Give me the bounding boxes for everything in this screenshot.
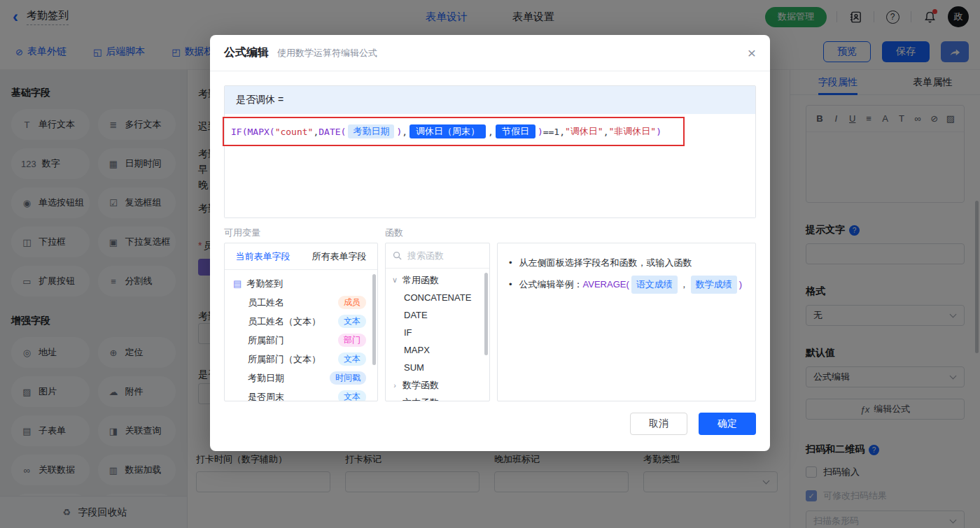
variable-label: 所属部门（文本）: [248, 353, 321, 366]
type-badge: 文本: [338, 315, 366, 328]
annotation-highlight: IF(MAPX("count",DATE(考勤日期),调休日（周末）,节假日)=…: [223, 117, 685, 146]
formula-target: 是否调休 =: [225, 86, 755, 114]
formula-token: DATE(: [318, 127, 346, 137]
formula-token: "count": [275, 127, 314, 137]
formula-token: MAPX(: [247, 127, 274, 137]
example-token: ，: [680, 276, 689, 293]
variable-item-是否周末[interactable]: 是否周末文本: [225, 387, 377, 401]
type-badge: 时间戳: [330, 371, 366, 385]
chevron-down-icon: ∨: [391, 276, 398, 285]
function-group-文本函数[interactable]: ›文本函数: [386, 394, 489, 401]
formula-token: ,: [313, 127, 318, 137]
functions-column: 函数 搜索函数 ∨常用函数CONCATENATEDATEIFMAPXSUM›数学…: [385, 227, 490, 401]
formula-editor-modal: 公式编辑 使用数学运算符编辑公式 × 是否调休 = IF(MAPX("count…: [210, 35, 770, 451]
formula-token: "非调休日": [609, 125, 657, 138]
variable-label: 员工姓名（文本）: [248, 315, 321, 328]
variable-item-所属部门[interactable]: 所属部门部门: [225, 331, 377, 350]
formula-token: ): [656, 127, 662, 137]
search-icon: [393, 251, 402, 260]
type-badge: 文本: [338, 390, 366, 401]
formula-expression[interactable]: IF(MAPX("count",DATE(考勤日期),调休日（周末）,节假日)=…: [231, 124, 662, 138]
functions-box: 搜索函数 ∨常用函数CONCATENATEDATEIFMAPXSUM›数学函数›…: [385, 243, 490, 401]
variable-label: 是否周末: [248, 391, 284, 402]
help-example: • 公式编辑举例：AVERAGE(语文成绩，数学成绩): [509, 276, 744, 294]
scrollbar-thumb[interactable]: [484, 273, 488, 355]
variable-label: 员工姓名: [248, 297, 284, 309]
formula-token: ): [538, 127, 543, 137]
variable-item-考勤日期[interactable]: 考勤日期时间戳: [225, 369, 377, 387]
form-doc-icon: ▤: [233, 278, 241, 289]
variable-root-label: 考勤签到: [246, 278, 283, 290]
chevron-right-icon: ›: [391, 381, 398, 390]
functions-tree: ∨常用函数CONCATENATEDATEIFMAPXSUM›数学函数›文本函数: [386, 269, 489, 401]
formula-token: ): [396, 127, 402, 137]
variable-item-员工姓名（文本）[interactable]: 员工姓名（文本）文本: [225, 312, 377, 331]
formula-box: 是否调休 = IF(MAPX("count",DATE(考勤日期),调休日（周末…: [224, 85, 756, 218]
modal-footer: 取消 确定: [224, 413, 756, 435]
example-token: ): [739, 276, 742, 293]
variables-tree: ▤考勤签到员工姓名成员员工姓名（文本）文本所属部门部门所属部门（文本）文本考勤日…: [225, 270, 377, 401]
variables-box: 当前表单字段 所有表单字段 ▤考勤签到员工姓名成员员工姓名（文本）文本所属部门部…: [224, 243, 378, 401]
formula-field-chip[interactable]: 考勤日期: [348, 124, 394, 138]
example-field-chip: 数学成绩: [691, 276, 737, 294]
function-item-SUM[interactable]: SUM: [386, 359, 489, 376]
tab-current-form-fields[interactable]: 当前表单字段: [225, 243, 301, 269]
variables-label: 可用变量: [224, 227, 378, 237]
variable-item-员工姓名[interactable]: 员工姓名成员: [225, 293, 377, 312]
help-tip: • 从左侧面板选择字段名和函数，或输入函数: [509, 255, 744, 271]
chevron-right-icon: ›: [391, 399, 398, 402]
function-group-label: 文本函数: [402, 397, 439, 402]
variable-tree-root[interactable]: ▤考勤签到: [225, 274, 377, 293]
type-badge: 成员: [338, 296, 366, 309]
formula-token: ==1,: [543, 127, 565, 137]
formula-token: IF(: [231, 127, 247, 137]
confirm-button[interactable]: 确定: [699, 413, 756, 435]
example-field-chip: 语文成绩: [631, 276, 678, 294]
function-group-数学函数[interactable]: ›数学函数: [386, 376, 489, 394]
formula-field-chip-selected[interactable]: 节假日: [496, 124, 536, 138]
help-box: • 从左侧面板选择字段名和函数，或输入函数 • 公式编辑举例：AVERAGE(语…: [497, 243, 756, 401]
modal-title: 公式编辑: [224, 45, 269, 60]
close-icon[interactable]: ×: [748, 45, 756, 60]
function-item-MAPX[interactable]: MAPX: [386, 341, 489, 359]
formula-token: ,: [402, 127, 407, 137]
variable-label: 考勤日期: [248, 372, 284, 385]
cancel-button[interactable]: 取消: [630, 413, 687, 435]
type-badge: 部门: [338, 334, 366, 347]
modal-subtitle: 使用数学运算符编辑公式: [277, 47, 377, 59]
functions-label: 函数: [385, 227, 490, 237]
formula-token: "调休日": [565, 125, 603, 138]
help-column: • 从左侧面板选择字段名和函数，或输入函数 • 公式编辑举例：AVERAGE(语…: [497, 227, 756, 401]
function-search-input[interactable]: 搜索函数: [386, 243, 489, 269]
tab-all-form-fields[interactable]: 所有表单字段: [301, 243, 377, 269]
scrollbar-thumb[interactable]: [372, 274, 376, 365]
variable-item-所属部门（文本）[interactable]: 所属部门（文本）文本: [225, 350, 377, 369]
example-token: AVERAGE(: [583, 276, 629, 293]
formula-field-chip-selected[interactable]: 调休日（周末）: [410, 124, 486, 138]
variable-label: 所属部门: [248, 334, 284, 347]
formula-token: ,: [488, 127, 493, 137]
variables-tabs: 当前表单字段 所有表单字段: [225, 243, 377, 270]
type-badge: 文本: [338, 352, 366, 366]
modal-header: 公式编辑 使用数学运算符编辑公式 ×: [210, 35, 770, 71]
function-item-IF[interactable]: IF: [386, 324, 489, 341]
variables-column: 可用变量 当前表单字段 所有表单字段 ▤考勤签到员工姓名成员员工姓名（文本）文本…: [224, 227, 378, 401]
function-group-label: 数学函数: [402, 379, 439, 392]
function-group-常用函数[interactable]: ∨常用函数: [386, 271, 489, 289]
function-item-DATE[interactable]: DATE: [386, 306, 489, 324]
function-item-CONCATENATE[interactable]: CONCATENATE: [386, 289, 489, 306]
formula-token: ,: [603, 127, 609, 137]
function-group-label: 常用函数: [402, 274, 439, 287]
formula-editor-area[interactable]: IF(MAPX("count",DATE(考勤日期),调休日（周末）,节假日)=…: [225, 114, 755, 217]
